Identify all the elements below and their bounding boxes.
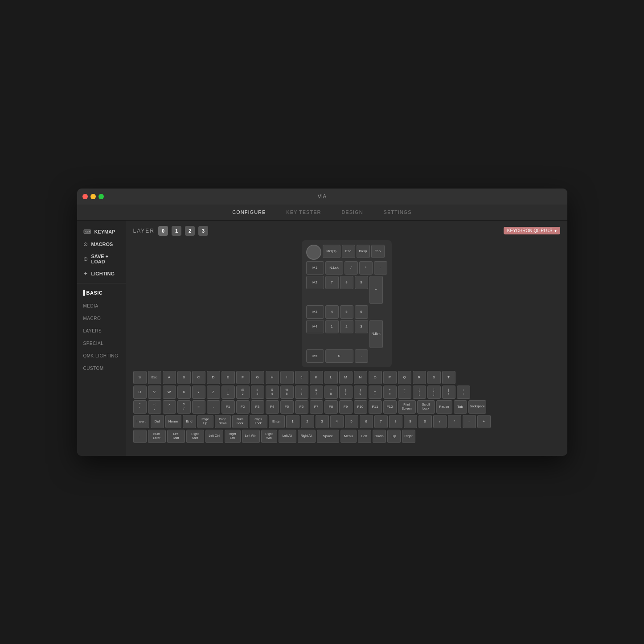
fk-f9[interactable]: F9 (339, 400, 353, 414)
fk-np3[interactable]: 3 (316, 415, 329, 428)
numpad-m1[interactable]: M1 (306, 261, 324, 275)
fk-left-shift[interactable]: LeftShift (167, 430, 185, 443)
fk-nabla[interactable]: ▽ (133, 371, 147, 384)
maximize-button[interactable] (98, 194, 104, 199)
numpad-5[interactable]: 5 (340, 305, 353, 319)
numpad-6[interactable]: 6 (355, 305, 368, 319)
fk-quote[interactable]: "' (133, 400, 147, 414)
fk-o[interactable]: O (369, 371, 382, 384)
fk-y[interactable]: Y (192, 386, 205, 399)
fk-semicolon[interactable]: :; (457, 386, 470, 399)
numpad-m2[interactable]: M2 (306, 276, 324, 289)
fk-c[interactable]: C (192, 371, 205, 384)
fk-tab[interactable]: Tab (454, 400, 467, 414)
fk-up[interactable]: Up (387, 430, 401, 443)
fk-np6[interactable]: 6 (360, 415, 373, 428)
fk-np5[interactable]: 5 (345, 415, 358, 428)
fk-v[interactable]: V (148, 386, 161, 399)
fk-f8[interactable]: F8 (324, 400, 338, 414)
numpad-key-esc[interactable]: Esc (342, 245, 355, 258)
nav-design[interactable]: DESIGN (338, 208, 366, 217)
numpad-key-mo1[interactable]: MO(1) (323, 245, 340, 258)
fk-n[interactable]: N (354, 371, 367, 384)
fk-backtick[interactable]: ~` (398, 386, 411, 399)
numpad-7[interactable]: 7 (325, 276, 339, 289)
close-button[interactable] (82, 194, 88, 199)
fk-np4[interactable]: 4 (330, 415, 344, 428)
fk-3[interactable]: #3 (251, 386, 264, 399)
fk-9[interactable]: (9 (339, 386, 353, 399)
fk-home[interactable]: Home (165, 415, 181, 428)
fk-d[interactable]: D (207, 371, 220, 384)
fk-f4[interactable]: F4 (266, 400, 279, 414)
fk-end[interactable]: End (183, 415, 196, 428)
numpad-m4[interactable]: M4 (306, 320, 324, 333)
fk-f11[interactable]: F11 (369, 400, 382, 414)
sidebar-item-save-load[interactable]: ⊙ SAVE + LOAD (77, 251, 126, 267)
fk-print-screen[interactable]: PrintScreen (398, 400, 416, 414)
fk-space[interactable]: Space (317, 430, 339, 443)
sidebar-item-qmk-lighting[interactable]: QMK LIGHTING (77, 349, 126, 361)
fk-backspace[interactable]: Backspace (468, 400, 486, 414)
fk-right-shift[interactable]: RightShift (186, 430, 204, 443)
fk-p[interactable]: P (383, 371, 397, 384)
fk-f2[interactable]: F2 (236, 400, 250, 414)
fk-right-win[interactable]: RightWin (261, 430, 277, 443)
sidebar-item-layers[interactable]: LAYERS (77, 324, 126, 336)
fk-m[interactable]: M (339, 371, 353, 384)
fk-f12[interactable]: F12 (383, 400, 397, 414)
fk-f3[interactable]: F3 (251, 400, 264, 414)
fk-rbracket[interactable]: }] (427, 386, 441, 399)
fk-left-win[interactable]: Left Win (242, 430, 260, 443)
fk-np8[interactable]: 8 (389, 415, 402, 428)
fk-f7[interactable]: F7 (310, 400, 323, 414)
fk-right[interactable]: Right (402, 430, 415, 443)
fk-a[interactable]: A (163, 371, 176, 384)
fk-np-slash[interactable]: / (433, 415, 447, 428)
layer-btn-1[interactable]: 1 (172, 226, 181, 236)
numpad-key-tab[interactable]: Tab (371, 245, 385, 258)
sidebar-item-macros[interactable]: ⊙ MACROS (77, 238, 126, 250)
fk-s[interactable]: S (427, 371, 441, 384)
fk-np1[interactable]: 1 (286, 415, 299, 428)
numpad-slash[interactable]: / (345, 261, 358, 275)
fk-eq2[interactable]: = (192, 400, 205, 414)
fk-backslash[interactable]: |\ (442, 386, 455, 399)
numpad-3[interactable]: 3 (355, 320, 368, 333)
sidebar-item-lighting[interactable]: ✦ LIGHTING (77, 268, 126, 279)
fk-menu[interactable]: Menu (340, 430, 357, 443)
nav-key-tester[interactable]: KEY TESTER (283, 208, 324, 217)
fk-1[interactable]: !1 (222, 386, 235, 399)
fk-np9[interactable]: 9 (404, 415, 417, 428)
fk-comma2[interactable]: , (207, 400, 220, 414)
fk-fwdslash[interactable]: ?/ (177, 400, 191, 414)
fk-h[interactable]: H (266, 371, 279, 384)
fk-num-lock[interactable]: NumLock (232, 415, 248, 428)
numpad-star[interactable]: * (359, 261, 373, 275)
fk-period[interactable]: >. (163, 400, 176, 414)
fk-k[interactable]: K (310, 371, 323, 384)
fk-insert[interactable]: Insert (133, 415, 149, 428)
fk-enter[interactable]: Enter (269, 415, 285, 428)
fk-x[interactable]: X (177, 386, 191, 399)
fk-caps-lock[interactable]: CapsLock (250, 415, 267, 428)
nav-settings[interactable]: SETTINGS (380, 208, 415, 217)
nav-configure[interactable]: CONFIGURE (229, 208, 269, 217)
fk-left-alt[interactable]: Left Alt (279, 430, 296, 443)
fk-lbracket[interactable]: {[ (413, 386, 426, 399)
fk-4[interactable]: $4 (266, 386, 279, 399)
numpad-8[interactable]: 8 (340, 276, 353, 289)
keyboard-name-badge[interactable]: KEYCHRON Q0 PLUS ▾ (504, 227, 560, 234)
fk-esc[interactable]: Esc (148, 371, 161, 384)
numpad-2[interactable]: 2 (340, 320, 353, 333)
fk-page-up[interactable]: PageUp (197, 415, 213, 428)
numpad-plus[interactable]: + (369, 276, 383, 304)
layer-btn-3[interactable]: 3 (198, 226, 208, 236)
fk-minus[interactable]: _- (369, 386, 382, 399)
fk-page-down[interactable]: PageDown (215, 415, 231, 428)
fk-l[interactable]: L (324, 371, 338, 384)
fk-b[interactable]: B (177, 371, 191, 384)
fk-7[interactable]: &7 (310, 386, 323, 399)
fk-np-star[interactable]: * (448, 415, 461, 428)
fk-2[interactable]: @2 (236, 386, 250, 399)
